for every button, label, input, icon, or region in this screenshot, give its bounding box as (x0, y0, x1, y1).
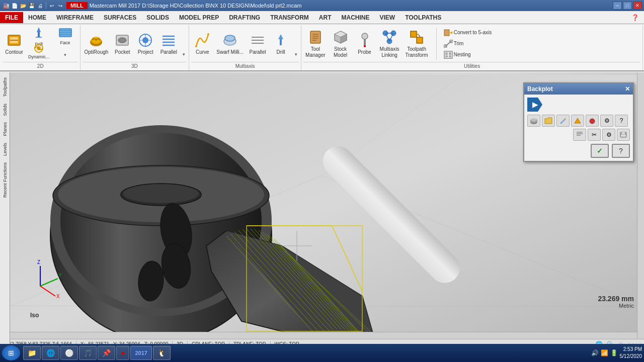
multiaxis-linking-btn[interactable]: MultiaxisLinking (378, 28, 401, 59)
toolpath-transform-btn[interactable]: ToolpathTransform (403, 28, 430, 59)
contour-btn[interactable]: Contour (3, 28, 25, 59)
convert-5axis-btn[interactable]: Convert to 5-axis (441, 28, 495, 38)
menu-model-prep[interactable]: MODEL PREP (174, 12, 224, 23)
svg-marker-109 (560, 119, 566, 124)
trim-btn[interactable]: Trim (441, 39, 495, 49)
svg-point-43 (364, 45, 366, 47)
2d-group-label: 2D (3, 62, 78, 70)
svg-rect-58 (449, 52, 451, 55)
taskbar-chrome[interactable]: ⚪ (60, 346, 78, 360)
clock-time: 2:53 PM (620, 346, 642, 353)
swarf-btn[interactable]: Swarf Milli... (214, 28, 246, 59)
taskbar-explorer[interactable]: 📁 (23, 346, 41, 360)
print-btn[interactable]: 🖨 (36, 2, 44, 10)
save-btn[interactable]: 💾 (28, 2, 36, 10)
taskbar-red[interactable]: ● (116, 346, 129, 360)
bp-icon-orange[interactable] (571, 115, 584, 127)
side-tab-planes[interactable]: Planes (2, 119, 9, 139)
face-btn[interactable]: Face (53, 29, 78, 43)
probe-btn[interactable]: Probe (354, 28, 376, 59)
face-icon (57, 27, 73, 40)
volume-icon[interactable]: 🔊 (591, 349, 599, 356)
bottom-scrollbar[interactable] (10, 332, 637, 339)
3d-buttons: OptiRough Pocket Project Parallel (83, 26, 187, 61)
drill-btn[interactable]: Drill (26, 29, 51, 43)
menu-transform[interactable]: TRANSFORM (265, 12, 314, 23)
menu-art[interactable]: ART (314, 12, 337, 23)
mill-badge: MILL (66, 2, 88, 9)
new-btn[interactable]: 📄 (11, 2, 19, 10)
system-clock[interactable]: 2:53 PM 5/12/2020 (620, 346, 642, 360)
side-tab-solids[interactable]: Solids (2, 101, 9, 119)
side-tab-toolpaths[interactable]: Toolpaths (2, 74, 9, 100)
parallel-multi-icon (250, 32, 266, 48)
bp-icon-question[interactable]: ? (615, 115, 628, 127)
pocket-btn[interactable]: Pocket (111, 28, 133, 59)
bp-icon-cut[interactable]: ✂ (588, 129, 601, 141)
menu-view[interactable]: VIEW (374, 12, 400, 23)
ribbon-group-3d: OptiRough Pocket Project Parallel (80, 25, 190, 70)
open-btn[interactable]: 📂 (19, 2, 27, 10)
side-tab-recent[interactable]: Recent Functions (2, 159, 9, 201)
taskbar-mastercam[interactable]: 2017 (130, 346, 151, 360)
sep1 (46, 2, 46, 9)
project-icon (137, 32, 153, 48)
menu-surfaces[interactable]: SURFACES (99, 12, 141, 23)
backplot-btn-row: ✓ ? (527, 144, 630, 158)
undo-btn[interactable]: ↩ (48, 2, 56, 10)
taskbar-winamp[interactable]: 🎵 (79, 346, 97, 360)
red-icon: ● (121, 349, 125, 357)
bp-icon-edit2[interactable] (573, 129, 586, 141)
redo-btn[interactable]: ↪ (56, 2, 64, 10)
taskbar-pin[interactable]: 📌 (98, 346, 115, 360)
svg-rect-60 (449, 55, 451, 57)
menu-toolpaths[interactable]: TOOLPATHS (400, 12, 446, 23)
backplot-titlebar[interactable]: Backplot ✕ (524, 83, 633, 95)
dynamic-btn[interactable]: Dynamic... (26, 44, 52, 58)
drill-multi-btn[interactable]: Drill (270, 28, 292, 59)
backplot-help-btn[interactable]: ? (612, 144, 630, 158)
3d-dropdown-arrow[interactable]: ▼ (181, 51, 187, 58)
menu-home[interactable]: HOME (23, 12, 51, 23)
close-btn[interactable]: ✕ (633, 2, 642, 10)
bp-icon-folder[interactable] (542, 115, 555, 127)
start-button[interactable]: ⊞ (2, 345, 20, 360)
backplot-close-btn[interactable]: ✕ (625, 85, 630, 93)
help-btn[interactable]: ❓ (626, 12, 644, 23)
bp-icon-pencil[interactable] (556, 115, 570, 127)
2d-dropdown-arrow[interactable]: ▼ (62, 52, 68, 58)
optirough-btn[interactable]: OptiRough (83, 28, 111, 59)
tool-manager-btn[interactable]: ToolManager (303, 28, 327, 59)
right-scrollbar[interactable] (637, 72, 644, 339)
menu-machine[interactable]: MACHINE (336, 12, 374, 23)
menu-solids[interactable]: SOLIDS (141, 12, 174, 23)
tool-manager-icon (307, 29, 324, 45)
backplot-ok-btn[interactable]: ✓ (591, 144, 609, 158)
menu-wireframe[interactable]: WIREFRAME (51, 12, 99, 23)
svg-rect-57 (445, 52, 448, 55)
bp-icon-red[interactable] (586, 115, 599, 127)
stock-model-btn[interactable]: StockModel (330, 28, 352, 59)
bp-icon-gear[interactable]: ⚙ (600, 115, 613, 127)
multiaxis-linking-label: MultiaxisLinking (380, 46, 399, 58)
taskbar-other[interactable]: 🐧 (153, 346, 171, 360)
multiaxis-dropdown-arrow[interactable]: ▼ (293, 51, 299, 58)
bp-icon-disk[interactable] (527, 115, 540, 127)
minimize-btn[interactable]: ─ (613, 2, 622, 10)
taskbar-sys-tray: 🔊 📶 🔋 2:53 PM 5/12/2020 (591, 346, 642, 360)
quick-access-toolbar: 🏭 📄 📂 💾 🖨 ↩ ↪ (2, 2, 64, 10)
curve-btn[interactable]: Curve (191, 28, 213, 59)
side-tab-levels[interactable]: Levels (2, 140, 9, 159)
menu-drafting[interactable]: DRAFTING (224, 12, 265, 23)
parallel-3d-btn[interactable]: Parallel (157, 28, 180, 59)
nesting-btn[interactable]: Nesting (441, 50, 495, 60)
menu-file[interactable]: FILE (0, 12, 23, 23)
bp-icon-save2[interactable] (617, 129, 630, 141)
battery-icon[interactable]: 🔋 (610, 349, 618, 356)
parallel-multi-btn[interactable]: Parallel (247, 28, 269, 59)
maximize-btn[interactable]: □ (623, 2, 632, 10)
taskbar-ie[interactable]: 🌐 (42, 346, 59, 360)
bp-icon-settings[interactable]: ⚙ (602, 129, 615, 141)
project-btn[interactable]: Project (134, 28, 156, 59)
network-icon[interactable]: 📶 (601, 349, 608, 356)
